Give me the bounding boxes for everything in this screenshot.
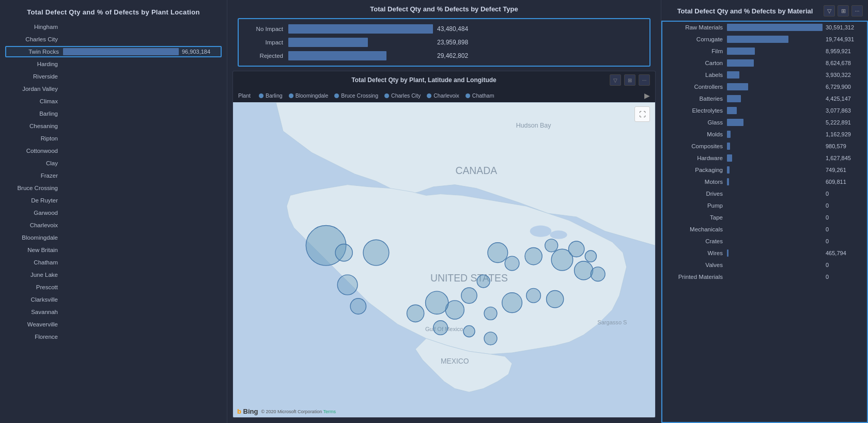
location-label: Clarksville [5, 296, 62, 303]
map-more-icon[interactable]: ··· [639, 74, 650, 86]
material-row[interactable]: Composites980,579 [668, 140, 862, 152]
material-row[interactable]: Hardware1,627,845 [668, 152, 862, 164]
map-expand-icon[interactable]: ⊞ [624, 74, 636, 86]
material-row[interactable]: Pump0 [668, 200, 862, 211]
location-bar-row[interactable]: Chatham [5, 257, 222, 268]
map-fullscreen-btn[interactable]: ⛶ [634, 106, 650, 122]
location-bar-row[interactable]: Riverside [5, 71, 222, 82]
defect-type-row[interactable]: Rejected29,462,802 [247, 51, 641, 60]
right-expand-icon[interactable]: ⊞ [838, 5, 849, 17]
location-bar-row[interactable]: Hingham [5, 21, 222, 33]
location-label: Charles City [5, 36, 62, 42]
material-value: 0 [826, 238, 862, 244]
material-value: 8,959,921 [826, 48, 862, 54]
location-bar-row[interactable]: Savannah [5, 306, 222, 318]
right-filter-icon[interactable]: ▽ [824, 5, 835, 17]
material-bar-fill [727, 143, 730, 150]
material-value: 0 [826, 191, 862, 197]
material-row[interactable]: Motors609,811 [668, 176, 862, 187]
material-row[interactable]: Glass5,222,891 [668, 117, 862, 128]
location-bar-row[interactable]: Twin Rocks96,903,184 [5, 46, 222, 57]
material-row[interactable]: Controllers6,729,900 [668, 81, 862, 92]
terms-link[interactable]: Terms [323, 409, 336, 414]
defect-type-row[interactable]: No Impact43,480,484 [247, 24, 641, 34]
material-row[interactable]: Electrolytes3,077,863 [668, 105, 862, 116]
location-bar-row[interactable]: Jordan Valley [5, 83, 222, 95]
svg-point-2 [550, 230, 567, 239]
location-label: Ripton [5, 135, 62, 142]
location-label: Hingham [5, 24, 62, 30]
defect-bar-track [288, 38, 433, 47]
material-row[interactable]: Drives0 [668, 188, 862, 199]
location-label: Clay [5, 160, 62, 166]
location-bar-row[interactable]: Cottonwood [5, 145, 222, 156]
location-label: Bloomingdale [5, 234, 62, 241]
location-bar-row[interactable]: Charlevoix [5, 220, 222, 231]
material-bar-track [727, 178, 823, 185]
material-row[interactable]: Valves0 [668, 259, 862, 271]
material-label: Mechanicals [668, 226, 727, 232]
material-row[interactable]: Molds1,162,929 [668, 129, 862, 140]
svg-point-24 [425, 291, 448, 314]
location-bar-row[interactable]: Bruce Crossing [5, 182, 222, 194]
location-bar-track [62, 209, 180, 216]
svg-point-34 [350, 299, 366, 314]
material-label: Film [668, 48, 727, 54]
location-bar-row[interactable]: Prescott [5, 281, 222, 293]
material-row[interactable]: Labels3,930,322 [668, 69, 862, 81]
material-row[interactable]: Batteries4,425,147 [668, 93, 862, 104]
location-bar-row[interactable]: June Lake [5, 269, 222, 280]
svg-text:CANADA: CANADA [455, 165, 497, 176]
material-bar-fill [727, 71, 739, 79]
location-bar-row[interactable]: Florence [5, 331, 222, 342]
middle-panel: Total Defect Qty and % Defects by Defect… [227, 0, 661, 423]
material-value: 19,744,931 [826, 36, 862, 42]
material-value: 0 [826, 202, 862, 209]
material-row[interactable]: Crates0 [668, 236, 862, 247]
map-filter-icon[interactable]: ▽ [610, 74, 621, 86]
location-bar-row[interactable]: Charles City [5, 34, 222, 45]
defect-type-title: Total Defect Qty and % Defects by Defect… [238, 5, 650, 13]
location-bar-row[interactable]: Weaverville [5, 319, 222, 330]
material-bar-fill [727, 131, 731, 138]
material-row[interactable]: Wires465,794 [668, 247, 862, 259]
location-label: Cottonwood [5, 148, 62, 154]
legend-text: Charles City [391, 92, 421, 99]
material-label: Pump [668, 202, 727, 209]
material-row[interactable]: Tape0 [668, 212, 862, 223]
location-bar-row[interactable]: Chesaning [5, 120, 222, 132]
material-row[interactable]: Corrugate19,744,931 [668, 34, 862, 45]
legend-arrow[interactable]: ▶ [644, 91, 650, 100]
material-row[interactable]: Mechanicals0 [668, 224, 862, 235]
location-bar-row[interactable]: Ripton [5, 133, 222, 144]
location-bar-row[interactable]: Barling [5, 108, 222, 119]
material-value: 1,627,845 [826, 155, 862, 161]
legend-text: Bruce Crossing [341, 92, 378, 99]
defect-bar-track [288, 24, 433, 34]
legend-item: Bloomingdale [289, 92, 329, 99]
material-row[interactable]: Packaging749,261 [668, 164, 862, 176]
location-bar-row[interactable]: Clarksville [5, 294, 222, 305]
location-bar-track [62, 160, 180, 167]
location-bar-row[interactable]: Frazer [5, 170, 222, 181]
location-bar-row[interactable]: Clay [5, 158, 222, 169]
location-bar-row[interactable]: Harding [5, 58, 222, 70]
material-bar-track [727, 154, 823, 162]
location-bar-row[interactable]: New Britain [5, 244, 222, 256]
material-row[interactable]: Film8,959,921 [668, 45, 862, 57]
location-bar-row[interactable]: De Ruyter [5, 195, 222, 206]
right-more-icon[interactable]: ··· [851, 5, 863, 17]
material-row[interactable]: Carton8,624,678 [668, 57, 862, 69]
defect-type-row[interactable]: Impact23,959,898 [247, 38, 641, 47]
material-row[interactable]: Printed Materials0 [668, 271, 862, 283]
material-label: Raw Materials [668, 24, 727, 30]
material-list: Raw Materials30,591,312Corrugate19,744,9… [661, 21, 868, 423]
material-bar-track [727, 36, 823, 43]
material-bar-track [727, 226, 823, 233]
location-bar-row[interactable]: Bloomingdale [5, 232, 222, 243]
location-bar-row[interactable]: Climax [5, 96, 222, 107]
material-row[interactable]: Raw Materials30,591,312 [668, 22, 862, 33]
location-bar-row[interactable]: Garwood [5, 207, 222, 218]
location-label: Climax [5, 98, 62, 104]
material-label: Carton [668, 60, 727, 66]
